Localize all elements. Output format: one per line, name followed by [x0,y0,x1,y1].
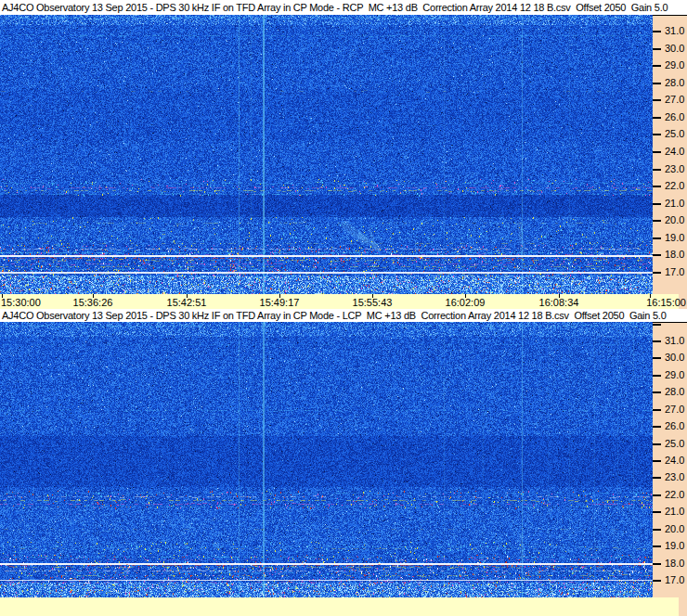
freq-tick-label: 25.0 [665,128,684,139]
freq-tick-label: 28.0 [665,77,684,88]
panel-title-lcp: AJ4CO Observatory 13 Sep 2015 - DPS 30 k… [0,309,687,322]
freq-tick-label: 27.0 [665,94,684,105]
freq-tick-label: 17.0 [665,266,684,277]
freq-tick-label: 25.0 [665,438,684,449]
freq-tick [653,237,661,239]
freq-tick [653,375,661,377]
freq-tick-label: 24.0 [665,146,684,157]
freq-tick [653,529,661,531]
freq-tick-label: 23.0 [665,163,684,174]
freq-tick-label: 21.0 [665,506,684,517]
freq-tick-label: 31.0 [665,335,684,346]
freq-tick-label: 17.0 [665,574,684,585]
freq-tick-label: 26.0 [665,420,684,431]
freq-tick [653,460,661,462]
freq-tick [653,151,661,153]
freq-tick-label: 30.0 [665,43,684,54]
freq-tick-label: 29.0 [665,369,684,380]
time-tick-label: 15:30:00 [1,297,44,308]
freq-tick [653,563,661,565]
freq-tick-label: 22.0 [665,489,684,500]
time-axis-strip: 15:30:0015:36:2615:42:5115:49:1715:55:43… [0,294,687,309]
freq-tick [653,169,661,171]
freq-axis-rcp: 31.030.029.028.027.026.025.024.023.022.0… [653,15,687,294]
freq-tick-label: 21.0 [665,198,684,209]
freq-tick [653,443,661,445]
freq-tick-label: 18.0 [665,558,684,569]
freq-tick [653,117,661,119]
freq-tick-label: 27.0 [665,404,684,415]
freq-tick [653,203,661,205]
freq-tick [653,340,661,342]
spectrogram-plot-lcp[interactable] [0,322,653,597]
freq-tick [653,357,661,359]
spectrograph-window: AJ4CO Observatory 13 Sep 2015 - DPS 30 k… [0,0,687,616]
time-tick-label: 16:15:00 [643,297,686,308]
freq-tick [653,272,661,274]
freq-tick [653,65,661,67]
freq-tick-label: 26.0 [665,111,684,122]
freq-tick-label: 24.0 [665,455,684,466]
freq-tick [653,254,661,256]
freq-tick [653,134,661,135]
freq-tick-label: 20.0 [665,523,684,534]
freq-tick-label: 18.0 [665,249,684,260]
time-tick-label: 15:49:17 [258,297,301,308]
freq-tick-label: 28.0 [665,386,684,397]
freq-tick-label: 23.0 [665,471,684,482]
freq-tick [653,545,661,547]
freq-tick-label: 31.0 [665,25,684,36]
freq-tick [653,409,661,411]
freq-tick [653,99,661,101]
bottom-strip [0,597,687,616]
freq-tick [653,48,661,50]
time-tick-label: 16:08:34 [538,297,580,308]
freq-tick [653,391,661,393]
freq-tick-label: 30.0 [665,352,684,363]
freq-tick-label: 19.0 [665,540,684,551]
freq-tick [653,426,661,428]
freq-tick-label: 22.0 [665,180,684,191]
axis-corner-patch-bottom [679,597,687,616]
freq-tick-label: 19.0 [665,232,684,243]
freq-tick [653,324,661,326]
spectrogram-plot-rcp[interactable] [0,15,653,294]
panel-title-rcp: AJ4CO Observatory 13 Sep 2015 - DPS 30 k… [0,0,687,15]
freq-axis-lcp: 31.030.029.028.027.026.025.024.023.022.0… [653,322,687,597]
freq-tick [653,186,661,187]
time-tick-label: 15:36:26 [71,297,114,308]
freq-tick-label: 20.0 [665,214,684,225]
time-tick-label: 15:55:43 [351,297,394,308]
freq-tick [653,220,661,222]
freq-tick [653,511,661,513]
freq-tick-label: 29.0 [665,59,684,71]
time-tick-label: 16:02:09 [444,297,486,308]
freq-tick [653,580,661,582]
freq-tick [653,31,661,32]
freq-tick [653,83,661,84]
freq-tick [653,494,661,496]
time-tick-label: 15:42:51 [165,297,208,308]
freq-tick [653,477,661,479]
